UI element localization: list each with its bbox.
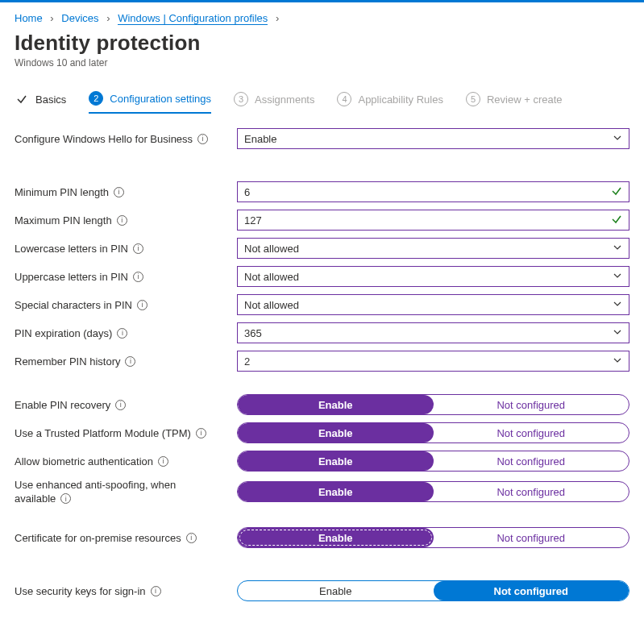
info-icon[interactable]: i (60, 493, 71, 504)
label-pin-recovery: Enable PIN recovery i (15, 399, 237, 411)
crumb-config-profiles[interactable]: Windows | Configuration profiles (118, 12, 268, 25)
toggle-biometric[interactable]: Enable Not configured (237, 451, 629, 472)
label-security-keys: Use security keys for sign-in i (15, 585, 237, 597)
toggle-option-enable[interactable]: Enable (238, 528, 434, 547)
chevron-down-icon (613, 243, 622, 255)
chevron-down-icon (613, 355, 622, 368)
step-basics[interactable]: Basics (15, 87, 66, 113)
label-min-pin: Minimum PIN length i (15, 186, 237, 198)
toggle-anti-spoof[interactable]: Enable Not configured (237, 481, 629, 502)
toggle-security-keys[interactable]: Enable Not configured (237, 580, 629, 601)
wizard-steps: Basics 2 Configuration settings 3 Assign… (15, 86, 629, 114)
step-applicability-rules[interactable]: 4 Applicability Rules (337, 87, 443, 113)
label-anti-spoof: Use enhanced anti-spoofing, when availab… (15, 479, 237, 505)
input-pin-history[interactable]: 2 (237, 351, 629, 372)
crumb-home[interactable]: Home (15, 12, 43, 24)
info-icon[interactable]: i (151, 586, 161, 596)
info-icon[interactable]: i (117, 215, 127, 226)
label-cert: Certificate for on-premise resources i (15, 532, 237, 544)
check-icon (611, 185, 622, 199)
toggle-option-enable[interactable]: Enable (238, 395, 434, 414)
select-whfb[interactable]: Enable (237, 128, 629, 149)
label-special: Special characters in PIN i (15, 299, 237, 311)
select-uppercase[interactable]: Not allowed (237, 266, 629, 287)
toggle-option-enable[interactable]: Enable (238, 451, 434, 471)
info-icon[interactable]: i (114, 187, 124, 197)
toggle-option-enable[interactable]: Enable (238, 482, 434, 501)
chevron-down-icon (613, 299, 622, 311)
info-icon[interactable]: i (197, 134, 208, 144)
info-icon[interactable]: i (125, 356, 135, 367)
chevron-down-icon (613, 327, 622, 339)
page-title: Identity protection (15, 31, 629, 56)
label-max-pin: Maximum PIN length i (15, 214, 237, 226)
breadcrumb: Home › Devices › Windows | Configuration… (15, 12, 629, 24)
chevron-down-icon (613, 271, 622, 283)
info-icon[interactable]: i (158, 456, 168, 467)
step-assignments[interactable]: 3 Assignments (234, 87, 314, 113)
info-icon[interactable]: i (133, 243, 143, 254)
check-icon (611, 214, 622, 227)
chevron-right-icon: › (50, 12, 53, 24)
toggle-pin-recovery[interactable]: Enable Not configured (237, 394, 629, 415)
label-lowercase: Lowercase letters in PIN i (15, 243, 237, 255)
step-review-create[interactable]: 5 Review + create (466, 87, 563, 113)
toggle-option-not-configured[interactable]: Not configured (434, 581, 629, 600)
input-max-pin[interactable]: 127 (237, 210, 629, 231)
label-pin-history: Remember PIN history i (15, 355, 237, 368)
toggle-option-enable[interactable]: Enable (238, 423, 434, 442)
info-icon[interactable]: i (186, 533, 197, 543)
input-pin-expiration[interactable]: 365 (237, 322, 629, 343)
crumb-devices[interactable]: Devices (61, 12, 98, 24)
label-tpm: Use a Trusted Platform Module (TPM) i (15, 427, 237, 439)
chevron-right-icon: › (276, 12, 279, 24)
info-icon[interactable]: i (137, 300, 147, 310)
label-uppercase: Uppercase letters in PIN i (15, 271, 237, 283)
toggle-option-not-configured[interactable]: Not configured (434, 423, 629, 442)
toggle-option-not-configured[interactable]: Not configured (434, 528, 629, 547)
info-icon[interactable]: i (117, 328, 127, 339)
chevron-down-icon (613, 133, 622, 145)
toggle-option-not-configured[interactable]: Not configured (434, 482, 629, 501)
toggle-tpm[interactable]: Enable Not configured (237, 422, 629, 443)
toggle-cert[interactable]: Enable Not configured (237, 527, 629, 548)
page-subtitle: Windows 10 and later (15, 57, 629, 69)
toggle-option-not-configured[interactable]: Not configured (434, 451, 629, 471)
select-special[interactable]: Not allowed (237, 294, 629, 315)
chevron-right-icon: › (106, 12, 110, 24)
label-whfb: Configure Windows Hello for Business i (15, 133, 237, 145)
step-config-settings[interactable]: 2 Configuration settings (89, 86, 211, 114)
info-icon[interactable]: i (115, 400, 126, 410)
input-min-pin[interactable]: 6 (237, 181, 629, 202)
label-biometric: Allow biometric authentication i (15, 455, 237, 467)
toggle-option-enable[interactable]: Enable (238, 581, 434, 600)
select-lowercase[interactable]: Not allowed (237, 238, 629, 259)
info-icon[interactable]: i (196, 428, 206, 438)
check-icon (15, 92, 29, 106)
toggle-option-not-configured[interactable]: Not configured (434, 395, 629, 414)
label-pin-expiration: PIN expiration (days) i (15, 327, 237, 339)
info-icon[interactable]: i (133, 272, 143, 282)
